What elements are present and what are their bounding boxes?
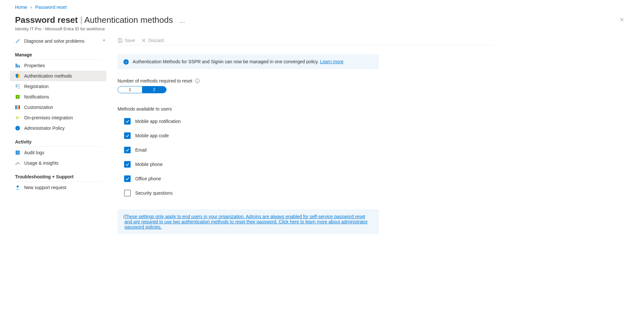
- sync-icon: [15, 115, 20, 120]
- command-bar: Save Discard: [118, 36, 493, 45]
- svg-rect-8: [17, 105, 18, 109]
- checkbox[interactable]: [124, 132, 131, 139]
- sidebar-item-new-support[interactable]: New support request: [10, 182, 106, 193]
- method-checkbox-row[interactable]: Mobile app code: [124, 132, 493, 139]
- checkbox[interactable]: [124, 147, 131, 153]
- sidebar-item-label: Administrator Policy: [24, 126, 65, 131]
- banner-learn-more-link[interactable]: Learn more: [320, 59, 344, 64]
- method-checkbox-row[interactable]: Email: [124, 147, 493, 153]
- page-title-secondary: Authentication methods: [84, 15, 173, 25]
- method-label: Mobile phone: [135, 162, 163, 167]
- collapse-sidebar-button[interactable]: «: [103, 38, 105, 42]
- check-icon: [125, 162, 130, 167]
- sidebar-section-manage: Manage: [15, 46, 101, 60]
- info-banner-bottom: i These settings only apply to end users…: [118, 209, 379, 234]
- sidebar-item-label: Registration: [24, 84, 49, 89]
- methods-list: Mobile app notificationMobile app codeEm…: [118, 118, 493, 196]
- sidebar-item-label: Audit logs: [24, 150, 44, 155]
- insights-icon: [15, 160, 20, 166]
- checkbox[interactable]: [124, 190, 131, 196]
- num-methods-option-2[interactable]: 2: [142, 86, 166, 93]
- sidebar-item-onpremises[interactable]: On-premises integration: [10, 112, 106, 123]
- page-subtitle: Identity IT Pro - Microsoft Entra ID for…: [10, 26, 634, 36]
- support-icon: [15, 185, 20, 190]
- num-methods-option-1[interactable]: 1: [118, 86, 142, 93]
- info-banner-top: i Authentication Methods for SSPR and Si…: [118, 54, 379, 69]
- page-header: Password reset | Authentication methods …: [10, 11, 634, 26]
- page-title: Password reset | Authentication methods …: [15, 15, 629, 25]
- sidebar-item-label: Properties: [24, 63, 45, 68]
- sidebar-item-notifications[interactable]: Notifications: [10, 92, 106, 102]
- svg-rect-1: [17, 65, 18, 68]
- discard-button[interactable]: Discard: [141, 38, 164, 43]
- sidebar-item-audit-logs[interactable]: Audit logs: [10, 147, 106, 158]
- more-actions-button[interactable]: …: [179, 18, 186, 24]
- sidebar-item-label: Customization: [24, 105, 53, 110]
- sidebar-item-admin-policy[interactable]: i Administrator Policy: [10, 123, 106, 133]
- method-label: Office phone: [135, 176, 161, 181]
- svg-rect-21: [119, 38, 121, 39]
- notification-icon: [15, 94, 20, 99]
- method-checkbox-row[interactable]: Security questions: [124, 190, 493, 196]
- save-button-label: Save: [125, 38, 135, 43]
- svg-rect-9: [19, 105, 20, 109]
- svg-rect-2: [19, 66, 20, 68]
- help-icon[interactable]: i: [195, 79, 200, 83]
- check-icon: [125, 119, 130, 124]
- chevron-right-icon: ›: [30, 5, 32, 10]
- checklist-icon: [15, 84, 20, 89]
- check-icon: [125, 133, 130, 138]
- sidebar-section-support: Troubleshooting + Support: [15, 168, 101, 182]
- sidebar-item-usage-insights[interactable]: Usage & insights: [10, 158, 106, 168]
- sidebar-item-authentication-methods[interactable]: Authentication methods: [10, 71, 106, 81]
- discard-button-label: Discard: [148, 38, 164, 43]
- close-icon: [619, 17, 624, 22]
- svg-rect-20: [119, 41, 121, 42]
- palette-icon: [15, 105, 20, 110]
- method-label: Mobile app code: [135, 133, 169, 138]
- wrench-icon: [15, 38, 20, 44]
- sidebar-item-label: On-premises integration: [24, 115, 73, 120]
- method-checkbox-row[interactable]: Mobile phone: [124, 161, 493, 168]
- save-button[interactable]: Save: [118, 38, 135, 43]
- info-icon: i: [123, 59, 129, 65]
- svg-point-19: [17, 186, 19, 188]
- sidebar: « Diagnose and solve problems Manage Pro…: [10, 36, 108, 193]
- breadcrumb: Home › Password reset: [10, 3, 634, 11]
- sidebar-item-customization[interactable]: Customization: [10, 102, 106, 112]
- checkbox[interactable]: [124, 118, 131, 125]
- checkbox[interactable]: [124, 175, 131, 182]
- close-button[interactable]: [619, 17, 624, 23]
- svg-rect-0: [16, 64, 17, 68]
- svg-text:i: i: [17, 127, 18, 130]
- sidebar-item-registration[interactable]: Registration: [10, 81, 106, 92]
- sidebar-item-properties[interactable]: Properties: [10, 60, 106, 71]
- breadcrumb-current[interactable]: Password reset: [35, 5, 67, 10]
- sidebar-item-label: Notifications: [24, 94, 49, 99]
- discard-icon: [141, 38, 146, 43]
- page-title-primary: Password reset: [15, 15, 78, 25]
- main-content: Save Discard i Authentication Methods fo…: [108, 36, 493, 234]
- svg-rect-7: [15, 105, 17, 109]
- page-title-sep: |: [78, 15, 84, 25]
- method-checkbox-row[interactable]: Mobile app notification: [124, 118, 493, 125]
- breadcrumb-home[interactable]: Home: [15, 5, 27, 10]
- sidebar-item-label: New support request: [24, 185, 66, 190]
- method-label: Mobile app notification: [135, 119, 181, 124]
- admin-policy-info-link[interactable]: These settings only apply to end users i…: [124, 214, 368, 230]
- check-icon: [125, 176, 130, 181]
- check-icon: [125, 148, 130, 152]
- num-methods-label: Number of methods required to reset i: [118, 78, 493, 83]
- method-label: Security questions: [135, 190, 172, 196]
- sidebar-item-diagnose[interactable]: Diagnose and solve problems: [10, 36, 106, 46]
- method-label: Email: [135, 147, 147, 153]
- log-icon: [15, 150, 20, 155]
- methods-label: Methods available to users: [118, 106, 493, 112]
- save-icon: [118, 38, 123, 43]
- num-methods-toggle: 1 2: [118, 86, 167, 93]
- sidebar-item-label: Usage & insights: [24, 160, 58, 166]
- sidebar-item-label: Diagnose and solve problems: [24, 38, 84, 44]
- checkbox[interactable]: [124, 161, 131, 168]
- banner-text: Authentication Methods for SSPR and Sign…: [133, 59, 320, 64]
- method-checkbox-row[interactable]: Office phone: [124, 175, 493, 182]
